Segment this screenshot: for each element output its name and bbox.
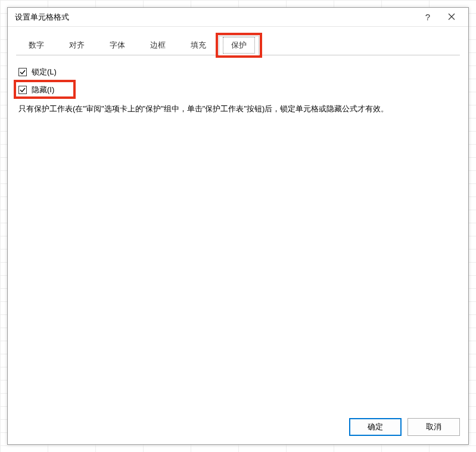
tab-protection[interactable]: 保护 xyxy=(219,36,259,55)
help-icon: ? xyxy=(425,12,430,22)
format-cells-dialog: 设置单元格格式 ? 数字 对齐 字体 边框 填充 xyxy=(7,7,469,445)
dialog-title: 设置单元格格式 xyxy=(15,12,416,23)
hidden-label[interactable]: 隐藏(I) xyxy=(32,85,54,95)
tab-label: 填充 xyxy=(191,40,206,51)
locked-checkbox[interactable] xyxy=(18,68,27,76)
tab-alignment[interactable]: 对齐 xyxy=(57,35,97,55)
cancel-button-label: 取消 xyxy=(426,422,441,432)
checkmark-icon xyxy=(20,87,26,93)
close-button[interactable] xyxy=(440,9,463,26)
checkmark-icon xyxy=(20,69,26,75)
dialog-content: 数字 对齐 字体 边框 填充 保护 xyxy=(8,27,468,411)
help-button[interactable]: ? xyxy=(416,9,440,26)
close-icon xyxy=(448,12,455,22)
tab-number[interactable]: 数字 xyxy=(16,35,57,55)
ok-button-label: 确定 xyxy=(368,422,383,432)
ok-button[interactable]: 确定 xyxy=(349,418,402,436)
dialog-button-bar: 确定 取消 xyxy=(8,411,468,444)
protection-instructions: 只有保护工作表(在"审阅"选项卡上的"保护"组中，单击"保护工作表"按钮)后，锁… xyxy=(18,103,458,116)
tab-border[interactable]: 边框 xyxy=(138,35,178,55)
tab-fill[interactable]: 填充 xyxy=(178,35,219,55)
locked-label[interactable]: 锁定(L) xyxy=(32,67,57,77)
cancel-button[interactable]: 取消 xyxy=(407,418,460,436)
protection-panel: 锁定(L) 隐藏(I) 只有保护工作表(在"审阅"选项卡上的"保护"组中，单击"… xyxy=(16,55,460,118)
tab-label: 对齐 xyxy=(69,40,85,51)
tab-label: 边框 xyxy=(150,40,166,51)
tab-label: 数字 xyxy=(29,40,44,51)
hidden-checkbox-row: 隐藏(I) xyxy=(18,83,458,97)
tab-font[interactable]: 字体 xyxy=(97,35,138,55)
locked-checkbox-row: 锁定(L) xyxy=(18,65,458,79)
dialog-titlebar: 设置单元格格式 ? xyxy=(8,8,468,27)
tab-label: 保护 xyxy=(223,37,255,54)
tabstrip: 数字 对齐 字体 边框 填充 保护 xyxy=(16,35,460,55)
hidden-checkbox[interactable] xyxy=(18,86,27,94)
tab-label: 字体 xyxy=(110,40,125,51)
